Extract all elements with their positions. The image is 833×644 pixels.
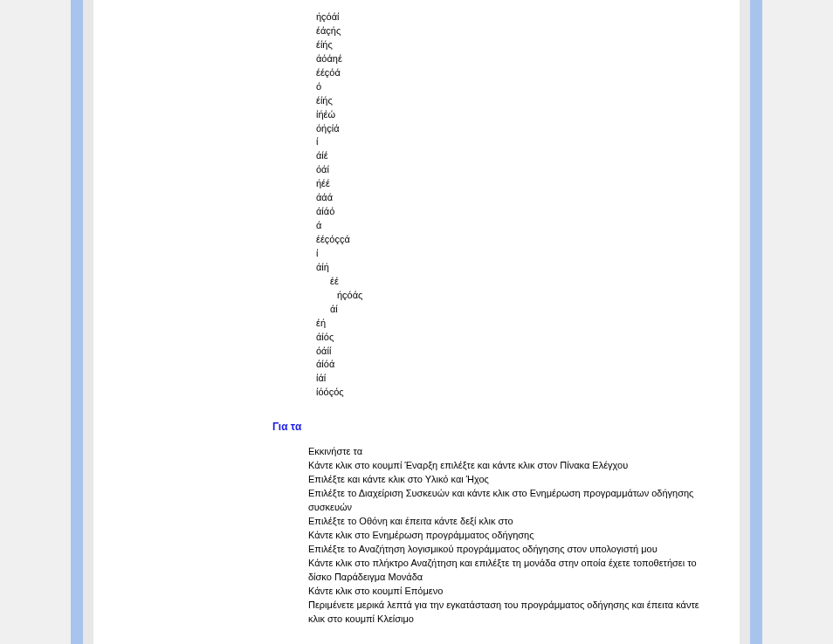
left-blue-bar bbox=[71, 0, 83, 644]
instructions-block: Εκκινήστε ταΚάντε κλικ στο κουμπί Έναρξη… bbox=[308, 445, 705, 626]
vertical-text-line: έέçόά bbox=[316, 66, 713, 80]
vertical-text-line: ά bbox=[316, 219, 713, 233]
instruction-line: Κάντε κλικ στο κουμπί Έναρξη επιλέξτε κα… bbox=[308, 459, 705, 473]
instruction-line: Κάντε κλικ στο κουμπί Επόμενο bbox=[308, 585, 705, 599]
right-gray-gap bbox=[740, 0, 750, 644]
instruction-line: Εκκινήστε τα bbox=[308, 445, 705, 459]
vertical-text-line: ί bbox=[316, 247, 713, 261]
vertical-text-line: έάçής bbox=[316, 24, 713, 38]
vertical-text-line: άίέ bbox=[316, 149, 713, 163]
vertical-text-line: έέ bbox=[316, 275, 713, 289]
instruction-line: Επιλέξτε το Οθόνη και έπειτα κάντε δεξί … bbox=[308, 515, 705, 529]
vertical-text-line: όάί bbox=[316, 163, 713, 177]
instruction-line: Επιλέξτε και κάντε κλικ στο Υλικό και Ήχ… bbox=[308, 473, 705, 487]
vertical-text-line: ίάί bbox=[316, 372, 713, 386]
vertical-text-line: έή bbox=[316, 317, 713, 331]
instruction-line: Επιλέξτε το Διαχείριση Συσκευών και κάντ… bbox=[308, 487, 705, 515]
vertical-text-line: άίόά bbox=[316, 358, 713, 372]
vertical-text-line: άίός bbox=[316, 331, 713, 345]
left-gray-gap bbox=[83, 0, 93, 644]
vertical-text-line: άόάηέ bbox=[316, 52, 713, 66]
vertical-text-line: έίής bbox=[316, 94, 713, 108]
instruction-line: Επιλέξτε το Αναζήτηση λογισμικού προγράμ… bbox=[308, 543, 705, 557]
vertical-text-line: όάίί bbox=[316, 345, 713, 359]
vertical-text-column: ήçόάίέάçήςέίήςάόάηέέέçόάόέίήςίήέώόήçίάίά… bbox=[316, 0, 713, 400]
instruction-line: Κάντε κλικ στο Ενημέρωση προγράμματος οδ… bbox=[308, 529, 705, 543]
vertical-text-line: έίής bbox=[316, 38, 713, 52]
vertical-text-line: έέçόççά bbox=[316, 233, 713, 247]
vertical-text-line: ίήέώ bbox=[316, 108, 713, 122]
vertical-text-line: άίή bbox=[316, 261, 713, 275]
vertical-text-line: ίόόçός bbox=[316, 386, 713, 400]
vertical-text-line: άί bbox=[316, 303, 713, 317]
vertical-text-line: ήέέ bbox=[316, 177, 713, 191]
section-heading: Για τα bbox=[272, 421, 713, 433]
instruction-line: Περιμένετε μερικά λεπτά για την εγκατάστ… bbox=[308, 599, 705, 627]
vertical-text-line: άάά bbox=[316, 191, 713, 205]
document-page: ήçόάίέάçήςέίήςάόάηέέέçόάόέίήςίήέώόήçίάίά… bbox=[93, 0, 740, 644]
vertical-text-line: άίάό bbox=[316, 205, 713, 219]
vertical-text-line: ό bbox=[316, 80, 713, 94]
vertical-text-line: όήçίά bbox=[316, 122, 713, 136]
vertical-text-line: ήçόάί bbox=[316, 10, 713, 24]
instruction-line: Κάντε κλικ στο πλήκτρο Αναζήτηση και επι… bbox=[308, 557, 705, 585]
vertical-text-line: ί bbox=[316, 135, 713, 149]
right-blue-bar bbox=[750, 0, 762, 644]
vertical-text-line: ήçόάς bbox=[316, 289, 713, 303]
